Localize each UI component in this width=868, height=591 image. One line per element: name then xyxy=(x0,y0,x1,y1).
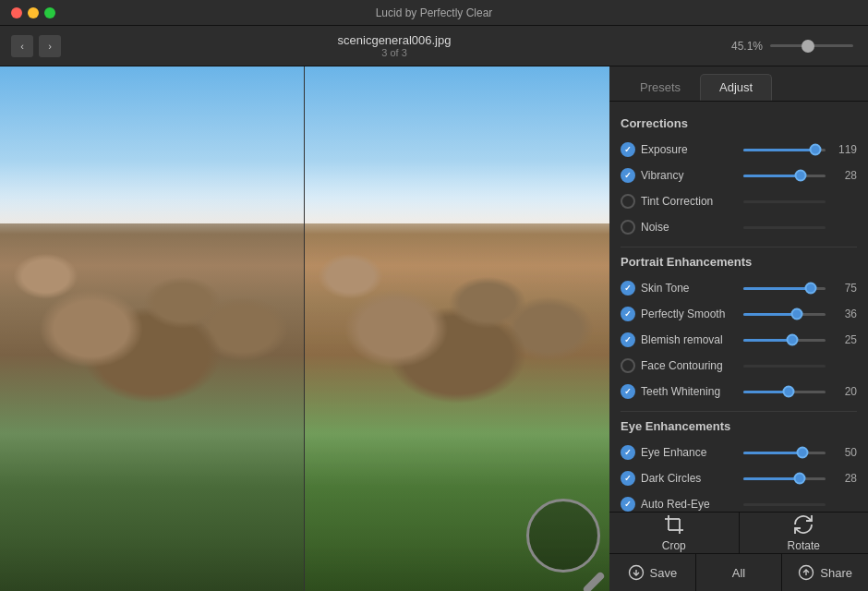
perfectly-smooth-slider[interactable] xyxy=(743,313,826,316)
save-button[interactable]: Save xyxy=(609,554,696,591)
face-contouring-slider xyxy=(743,365,826,368)
save-label: Save xyxy=(650,566,678,580)
adj-perfectly-smooth: Perfectly Smooth 36 xyxy=(621,302,857,326)
exposure-value: 119 xyxy=(831,143,857,156)
dark-circles-value: 28 xyxy=(831,472,857,485)
file-info: scenicgeneral006.jpg 3 of 3 xyxy=(338,33,452,58)
noise-slider xyxy=(743,226,826,229)
tab-adjust[interactable]: Adjust xyxy=(700,74,772,101)
adj-blemish-removal: Blemish removal 25 xyxy=(621,328,857,352)
share-label: Share xyxy=(820,566,852,580)
dark-circles-label: Dark Circles xyxy=(641,472,738,485)
teeth-whitening-label: Teeth Whitening xyxy=(641,385,738,398)
maximize-button[interactable] xyxy=(44,7,55,18)
blemish-removal-value: 25 xyxy=(831,333,857,346)
sep-2 xyxy=(621,411,857,412)
vibrancy-label: Vibrancy xyxy=(641,169,738,182)
dark-circles-checkbox[interactable] xyxy=(621,471,635,486)
teeth-whitening-checkbox[interactable] xyxy=(621,384,635,399)
adj-eye-enhance: Eye Enhance 50 xyxy=(621,440,857,464)
exposure-slider[interactable] xyxy=(743,149,826,151)
section-eye-title: Eye Enhancements xyxy=(621,419,857,433)
auto-red-eye-slider xyxy=(743,503,826,506)
eye-enhance-checkbox[interactable] xyxy=(621,445,635,460)
adj-skin-tone: Skin Tone 75 xyxy=(621,276,857,300)
minimize-button[interactable] xyxy=(28,7,39,18)
action-buttons-row: Save All Share xyxy=(609,554,868,591)
section-corrections-title: Corrections xyxy=(621,116,857,130)
dark-circles-slider[interactable] xyxy=(743,477,826,480)
nav-controls: ‹ › xyxy=(11,35,61,57)
perfectly-smooth-label: Perfectly Smooth xyxy=(641,308,738,320)
tint-correction-slider xyxy=(743,200,826,203)
auto-red-eye-label: Auto Red-Eye xyxy=(641,498,738,511)
image-panel xyxy=(0,66,609,591)
sep-1 xyxy=(621,247,857,247)
share-button[interactable]: Share xyxy=(782,554,868,591)
adj-noise: Noise xyxy=(621,215,857,239)
image-after xyxy=(305,66,609,591)
adjustments-panel[interactable]: Corrections Exposure 119 Vibrancy 28 xyxy=(609,102,868,512)
crop-icon xyxy=(663,513,685,536)
adj-face-contouring: Face Contouring xyxy=(621,354,857,378)
titlebar: Lucid by Perfectly Clear xyxy=(0,0,868,26)
section-portrait-title: Portrait Enhancements xyxy=(621,255,857,269)
face-contouring-label: Face Contouring xyxy=(641,359,738,372)
right-panel: Presets Adjust Corrections Exposure 119 … xyxy=(609,66,868,591)
vibrancy-slider[interactable] xyxy=(743,175,826,177)
close-button[interactable] xyxy=(11,7,22,18)
all-label: All xyxy=(732,566,745,580)
save-icon xyxy=(628,564,645,581)
zoom-level-label: 45.1% xyxy=(728,40,763,53)
exposure-label: Exposure xyxy=(641,143,738,156)
adj-teeth-whitening: Teeth Whitening 20 xyxy=(621,380,857,404)
crop-tool-label: Crop xyxy=(662,539,686,552)
face-contouring-checkbox[interactable] xyxy=(621,358,635,373)
noise-checkbox[interactable] xyxy=(621,220,635,235)
image-before xyxy=(0,66,305,591)
skin-tone-checkbox[interactable] xyxy=(621,281,635,296)
tab-bar: Presets Adjust xyxy=(609,66,868,102)
eye-enhance-value: 50 xyxy=(831,446,857,459)
noise-label: Noise xyxy=(641,221,738,234)
tab-presets[interactable]: Presets xyxy=(621,74,700,101)
share-icon xyxy=(798,564,814,581)
blemish-removal-checkbox[interactable] xyxy=(621,332,635,347)
tint-correction-checkbox[interactable] xyxy=(621,194,635,209)
blemish-removal-slider[interactable] xyxy=(743,339,826,342)
eye-enhance-label: Eye Enhance xyxy=(641,446,738,459)
next-image-button[interactable]: › xyxy=(39,35,61,57)
exposure-checkbox[interactable] xyxy=(621,142,635,157)
tool-buttons-row: Crop Rotate xyxy=(609,513,868,554)
adj-auto-red-eye: Auto Red-Eye xyxy=(621,492,857,512)
main-content: Presets Adjust Corrections Exposure 119 … xyxy=(0,66,868,591)
crop-tool-button[interactable]: Crop xyxy=(609,513,740,553)
teeth-whitening-value: 20 xyxy=(831,385,857,398)
rotate-icon xyxy=(792,513,814,536)
filename-label: scenicgeneral006.jpg xyxy=(338,33,452,47)
skin-tone-slider[interactable] xyxy=(743,287,826,290)
traffic-lights xyxy=(11,7,55,18)
adj-vibrancy: Vibrancy 28 xyxy=(621,163,857,187)
all-button[interactable]: All xyxy=(696,554,783,591)
skin-tone-label: Skin Tone xyxy=(641,282,738,295)
rotate-tool-button[interactable]: Rotate xyxy=(740,513,869,553)
tint-correction-label: Tint Correction xyxy=(641,195,738,208)
teeth-whitening-slider[interactable] xyxy=(743,391,826,393)
rotate-tool-label: Rotate xyxy=(788,539,820,552)
zoom-slider[interactable] xyxy=(770,44,853,47)
adj-dark-circles: Dark Circles 28 xyxy=(621,466,857,490)
perfectly-smooth-checkbox[interactable] xyxy=(621,307,635,321)
perfectly-smooth-value: 36 xyxy=(831,308,857,320)
prev-image-button[interactable]: ‹ xyxy=(11,35,33,57)
bottom-toolbar: Crop Rotate xyxy=(609,512,868,591)
file-counter-label: 3 of 3 xyxy=(338,47,452,58)
eye-enhance-slider[interactable] xyxy=(743,452,826,454)
vibrancy-checkbox[interactable] xyxy=(621,168,635,183)
window-title: Lucid by Perfectly Clear xyxy=(376,6,493,19)
blemish-removal-label: Blemish removal xyxy=(641,333,738,346)
auto-red-eye-checkbox[interactable] xyxy=(621,497,635,512)
adj-tint-correction: Tint Correction xyxy=(621,189,857,213)
zoom-controls: 45.1% xyxy=(728,40,857,53)
skin-tone-value: 75 xyxy=(831,282,857,295)
